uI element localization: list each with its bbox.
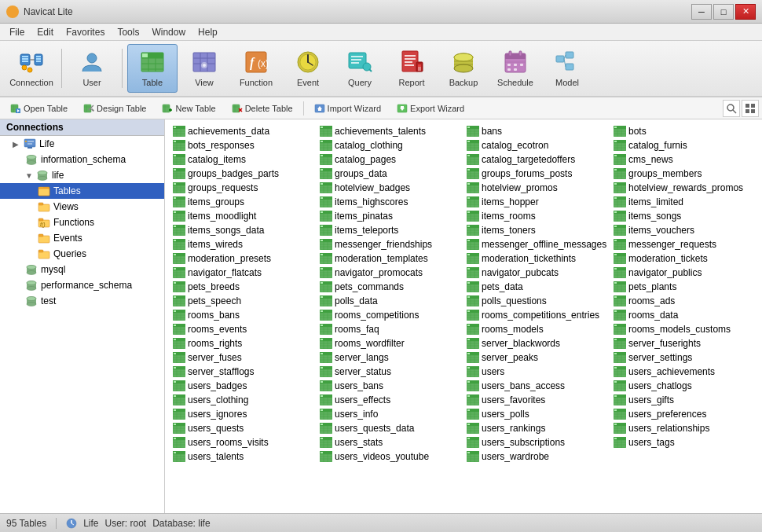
- grid-view-button[interactable]: [742, 100, 759, 117]
- table-item[interactable]: server_fuses: [170, 350, 317, 365]
- toolbar-view[interactable]: View: [179, 44, 229, 93]
- table-item[interactable]: users: [463, 365, 610, 379]
- table-item[interactable]: users_rooms_visits: [170, 435, 317, 449]
- sidebar-item-views[interactable]: Views: [0, 199, 164, 215]
- sidebar-item-test[interactable]: test: [0, 293, 164, 309]
- table-item[interactable]: users_videos_youtube: [317, 449, 463, 464]
- table-item[interactable]: users_achievements: [610, 365, 757, 379]
- table-item[interactable]: moderation_templates: [317, 251, 463, 266]
- search-button[interactable]: [723, 100, 740, 117]
- table-item[interactable]: users_preferences: [610, 407, 757, 421]
- table-item[interactable]: rooms_competitions_entries: [463, 308, 610, 322]
- table-item[interactable]: catalog_pages: [317, 152, 463, 167]
- sidebar-item-queries[interactable]: Queries: [0, 246, 164, 262]
- table-item[interactable]: items_moodlight: [170, 209, 317, 223]
- table-item[interactable]: bots_responses: [170, 138, 317, 152]
- table-item[interactable]: items_songs_data: [170, 223, 317, 237]
- table-item[interactable]: server_settings: [610, 350, 757, 365]
- table-item[interactable]: users_relationships: [610, 421, 757, 435]
- toolbar-event[interactable]: Event: [283, 44, 333, 93]
- export-wizard-button[interactable]: Export Wizard: [390, 100, 471, 117]
- menu-edit[interactable]: Edit: [31, 25, 60, 39]
- table-item[interactable]: items_pinatas: [317, 209, 463, 223]
- table-item[interactable]: groups_forums_posts: [463, 167, 610, 181]
- sidebar-item-perf-schema[interactable]: performance_schema: [0, 277, 164, 293]
- table-item[interactable]: server_langs: [317, 350, 463, 365]
- menu-favorites[interactable]: Favorites: [60, 25, 111, 39]
- table-item[interactable]: users_gifts: [610, 393, 757, 407]
- table-item[interactable]: catalog_targetedoffers: [463, 152, 610, 167]
- table-item[interactable]: server_peaks: [463, 350, 610, 365]
- table-item[interactable]: users_quests_data: [317, 421, 463, 435]
- menu-help[interactable]: Help: [192, 25, 224, 39]
- table-item[interactable]: hotelview_rewards_promos: [610, 181, 757, 195]
- table-item[interactable]: rooms_wordfilter: [317, 336, 463, 350]
- table-item[interactable]: catalog_items: [170, 152, 317, 167]
- table-item[interactable]: catalog_furnis: [610, 138, 757, 152]
- menu-tools[interactable]: Tools: [111, 25, 145, 39]
- table-item[interactable]: items_rooms: [463, 209, 610, 223]
- minimize-button[interactable]: ─: [691, 4, 712, 20]
- table-item[interactable]: users_badges: [170, 379, 317, 393]
- table-item[interactable]: users_clothing: [170, 393, 317, 407]
- table-item[interactable]: users_bans_access: [463, 379, 610, 393]
- table-item[interactable]: catalog_ecotron: [463, 138, 610, 152]
- table-item[interactable]: pets_speech: [170, 294, 317, 308]
- toolbar-report[interactable]: Report: [386, 44, 437, 93]
- sidebar-item-life[interactable]: ▶ Life: [0, 136, 164, 152]
- table-item[interactable]: items_hopper: [463, 195, 610, 209]
- sidebar-item-events[interactable]: Events: [0, 230, 164, 246]
- maximize-button[interactable]: □: [713, 4, 734, 20]
- table-item[interactable]: pets_plants: [610, 280, 757, 294]
- table-item[interactable]: bans: [463, 124, 610, 138]
- table-item[interactable]: users_quests: [170, 421, 317, 435]
- table-item[interactable]: messenger_offline_messages: [463, 237, 610, 251]
- table-item[interactable]: server_status: [317, 365, 463, 379]
- toolbar-schedule[interactable]: Schedule: [490, 44, 540, 93]
- toolbar-table[interactable]: Table: [127, 44, 178, 93]
- table-item[interactable]: achievements_talents: [317, 124, 463, 138]
- new-table-button[interactable]: New Table: [155, 100, 222, 117]
- table-item[interactable]: users_talents: [170, 449, 317, 464]
- table-item[interactable]: items_highscores: [317, 195, 463, 209]
- table-item[interactable]: pets_breeds: [170, 280, 317, 294]
- table-item[interactable]: items_teleports: [317, 223, 463, 237]
- table-item[interactable]: rooms_bans: [170, 308, 317, 322]
- table-item[interactable]: users_favorites: [463, 393, 610, 407]
- table-item[interactable]: users_stats: [317, 435, 463, 449]
- sidebar-item-tables[interactable]: Tables: [0, 183, 164, 199]
- table-item[interactable]: achievements_data: [170, 124, 317, 138]
- table-item[interactable]: navigator_pubcats: [463, 266, 610, 280]
- table-item[interactable]: users_wardrobe: [463, 449, 610, 464]
- toolbar-model[interactable]: Model: [542, 44, 592, 93]
- close-button[interactable]: ✕: [735, 4, 756, 20]
- design-table-button[interactable]: Design Table: [76, 100, 153, 117]
- sidebar-item-mysql[interactable]: mysql: [0, 262, 164, 277]
- table-item[interactable]: rooms_faq: [317, 322, 463, 336]
- table-item[interactable]: rooms_competitions: [317, 308, 463, 322]
- delete-table-button[interactable]: Delete Table: [225, 100, 300, 117]
- table-item[interactable]: users_chatlogs: [610, 379, 757, 393]
- open-table-button[interactable]: Open Table: [3, 100, 75, 117]
- table-item[interactable]: messenger_friendships: [317, 237, 463, 251]
- table-item[interactable]: users_ignores: [170, 407, 317, 421]
- table-item[interactable]: rooms_models: [463, 322, 610, 336]
- table-item[interactable]: pets_commands: [317, 280, 463, 294]
- table-item[interactable]: server_blackwords: [463, 336, 610, 350]
- sidebar-item-life-db[interactable]: ▼ life: [0, 167, 164, 183]
- sidebar-item-info-schema[interactable]: information_schema: [0, 152, 164, 167]
- menu-window[interactable]: Window: [145, 25, 192, 39]
- table-item[interactable]: users_bans: [317, 379, 463, 393]
- table-item[interactable]: pets_data: [463, 280, 610, 294]
- table-item[interactable]: items_songs: [610, 209, 757, 223]
- table-item[interactable]: users_rankings: [463, 421, 610, 435]
- table-item[interactable]: catalog_clothing: [317, 138, 463, 152]
- table-item[interactable]: items_limited: [610, 195, 757, 209]
- table-item[interactable]: cms_news: [610, 152, 757, 167]
- table-item[interactable]: items_vouchers: [610, 223, 757, 237]
- table-item[interactable]: groups_requests: [170, 181, 317, 195]
- toolbar-function[interactable]: f (x) Function: [231, 44, 281, 93]
- table-item[interactable]: rooms_models_customs: [610, 322, 757, 336]
- table-item[interactable]: users_polls: [463, 407, 610, 421]
- table-item[interactable]: server_fuserights: [610, 336, 757, 350]
